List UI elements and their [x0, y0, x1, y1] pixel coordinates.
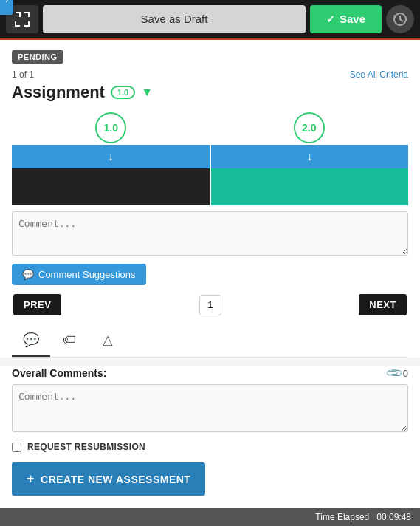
- dropdown-arrow-icon[interactable]: ▼: [141, 86, 153, 99]
- color-blocks-row: [12, 168, 408, 205]
- tab-tag[interactable]: 🏷: [50, 324, 89, 357]
- score-circles-row: 1.0 2.0: [12, 112, 408, 145]
- score-circle-2: 2.0: [294, 112, 325, 143]
- paperclip-icon: 📎: [385, 363, 404, 383]
- assignment-counter: 1 of 1: [12, 69, 34, 80]
- overall-comments-label: Overall Comments:: [12, 367, 106, 379]
- save-check-icon: ✓: [326, 13, 335, 25]
- score-bar-1[interactable]: ↓: [12, 145, 210, 168]
- score-bar-arrow-2: ↓: [306, 150, 312, 163]
- status-badge: PENDING: [12, 50, 63, 64]
- plus-icon: +: [27, 471, 35, 487]
- assignment-header: 1 of 1 See All Criteria: [12, 69, 408, 80]
- bottom-section: Overall Comments: 📎 0 REQUEST RESUBMISSI…: [0, 366, 420, 526]
- main-content: PENDING 1 of 1 See All Criteria Assignme…: [0, 40, 420, 358]
- toolbar: Save as Draft ✓ Save: [0, 0, 420, 40]
- score-bar-2[interactable]: ↓: [211, 145, 409, 168]
- save-button[interactable]: ✓ Save: [310, 5, 382, 33]
- overall-comment-input[interactable]: [12, 384, 408, 432]
- overall-comments-header: Overall Comments: 📎 0: [12, 366, 408, 380]
- tab-row: 💬 🏷 △: [12, 324, 408, 358]
- resubmission-label: REQUEST RESUBMISSION: [27, 442, 145, 452]
- time-value: 00:09:48: [376, 512, 411, 522]
- save-draft-button[interactable]: Save as Draft: [43, 5, 306, 33]
- navigation-row: PREV 1 NEXT: [12, 294, 408, 315]
- tab-flag[interactable]: △: [89, 324, 127, 357]
- assignment-title: Assignment: [12, 83, 105, 102]
- color-block-teal: [211, 168, 409, 205]
- see-all-criteria-link[interactable]: See All Criteria: [350, 69, 408, 80]
- time-label: Time Elapsed: [315, 512, 369, 522]
- flag-tab-icon: △: [103, 332, 113, 348]
- score-circle-1: 1.0: [95, 112, 126, 143]
- history-button[interactable]: [386, 5, 414, 33]
- comment-suggestions-label: Comment Suggestions: [38, 269, 136, 280]
- time-elapsed-label: Time Elapsed 00:09:48: [315, 512, 411, 522]
- score-bars-row: ↓ ↓: [12, 145, 408, 168]
- tag-tab-icon: 🏷: [63, 332, 76, 348]
- comment-input[interactable]: [12, 211, 408, 256]
- resubmission-checkbox[interactable]: [12, 443, 21, 452]
- attachment-row: 📎 0: [388, 366, 408, 380]
- assignment-title-row: Assignment 1.0 ▼: [12, 83, 408, 102]
- score-bar-arrow-1: ↓: [108, 150, 114, 163]
- next-button[interactable]: NEXT: [359, 294, 407, 315]
- prev-button[interactable]: PREV: [13, 294, 61, 315]
- tab-comment[interactable]: 💬: [12, 324, 50, 357]
- comment-bubble-icon: 💬: [22, 269, 34, 280]
- score-col-2: 2.0: [210, 112, 409, 145]
- version-badge: 1.0: [111, 86, 135, 99]
- status-bar: Time Elapsed 00:09:48: [0, 508, 420, 526]
- resubmission-row: REQUEST RESUBMISSION: [12, 442, 408, 452]
- comment-tab-icon: 💬: [23, 332, 39, 348]
- create-assessment-button[interactable]: + CREATE NEW ASSESSMENT: [12, 462, 205, 496]
- sidebar-toggle[interactable]: ›: [0, 0, 13, 15]
- score-col-1: 1.0: [12, 112, 210, 145]
- save-label: Save: [340, 13, 365, 25]
- create-assessment-label: CREATE NEW ASSESSMENT: [41, 474, 190, 485]
- page-number: 1: [199, 295, 221, 315]
- comment-suggestions-button[interactable]: 💬 Comment Suggestions: [12, 264, 146, 285]
- color-block-dark: [12, 168, 210, 205]
